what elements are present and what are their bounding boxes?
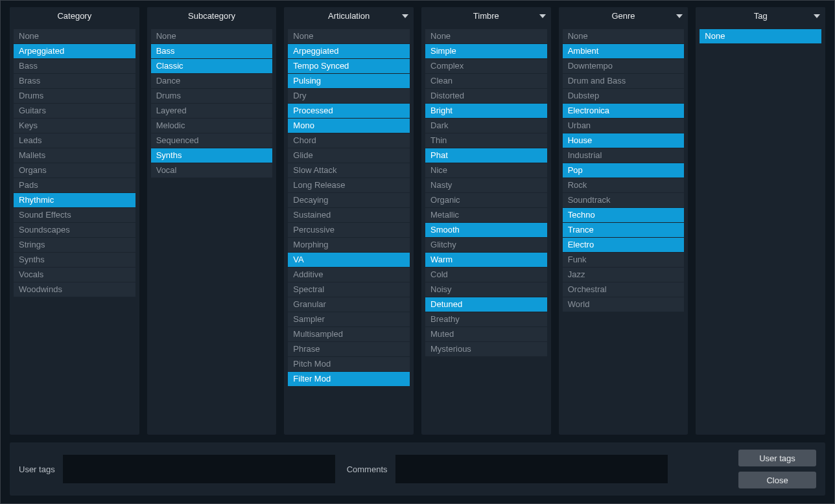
list-item[interactable]: Drum and Bass: [563, 74, 685, 88]
list-item[interactable]: None: [563, 29, 685, 43]
list-item[interactable]: Arpeggiated: [14, 44, 135, 58]
list-item[interactable]: VA: [288, 253, 410, 267]
list-item[interactable]: Organs: [14, 163, 135, 178]
list-item[interactable]: Mono: [288, 119, 410, 133]
list-item[interactable]: Sequenced: [151, 133, 273, 148]
list-item[interactable]: Downtempo: [563, 59, 685, 73]
list-item[interactable]: Dry: [288, 89, 410, 103]
list-item[interactable]: Chord: [288, 133, 410, 148]
list-item[interactable]: Sampler: [288, 312, 410, 326]
list-item[interactable]: Pads: [14, 178, 135, 192]
column-header-timbre[interactable]: Timbre: [421, 7, 551, 25]
list-item[interactable]: Mallets: [14, 148, 135, 163]
list-item[interactable]: Pop: [563, 163, 685, 178]
list-item[interactable]: Long Release: [288, 178, 410, 192]
list-item[interactable]: Distorted: [425, 89, 547, 103]
list-item[interactable]: Clean: [425, 74, 547, 88]
list-item[interactable]: Sustained: [288, 208, 410, 222]
list-item[interactable]: World: [563, 297, 685, 312]
list-item[interactable]: Glide: [288, 148, 410, 163]
list-item[interactable]: Pitch Mod: [288, 357, 410, 371]
list-item[interactable]: Electro: [563, 238, 685, 252]
list-item[interactable]: Arpeggiated: [288, 44, 410, 58]
list-item[interactable]: Spectral: [288, 282, 410, 297]
list-item[interactable]: None: [288, 29, 410, 43]
list-item[interactable]: Nasty: [425, 178, 547, 192]
list-item[interactable]: Orchestral: [563, 282, 685, 297]
list-item[interactable]: Strings: [14, 238, 135, 252]
list-item[interactable]: Synths: [14, 253, 135, 267]
list-item[interactable]: Keys: [14, 119, 135, 133]
list-item[interactable]: Classic: [151, 59, 273, 73]
list-item[interactable]: Detuned: [425, 297, 547, 312]
list-item[interactable]: Melodic: [151, 119, 273, 133]
comments-input[interactable]: [395, 455, 668, 483]
list-item[interactable]: None: [14, 29, 135, 43]
list-item[interactable]: Soundtrack: [563, 193, 685, 207]
list-item[interactable]: Drums: [14, 89, 135, 103]
list-item[interactable]: Smooth: [425, 223, 547, 237]
list-item[interactable]: Sound Effects: [14, 208, 135, 222]
list-item[interactable]: Multisampled: [288, 327, 410, 341]
list-item[interactable]: Drums: [151, 89, 273, 103]
column-header-tag[interactable]: Tag: [696, 7, 825, 25]
list-item[interactable]: None: [425, 29, 547, 43]
list-item[interactable]: Layered: [151, 104, 273, 118]
list-item[interactable]: House: [563, 133, 685, 148]
list-item[interactable]: Techno: [563, 208, 685, 222]
list-item[interactable]: Woodwinds: [14, 282, 135, 297]
list-item[interactable]: Thin: [425, 133, 547, 148]
list-item[interactable]: Phrase: [288, 342, 410, 356]
list-item[interactable]: Processed: [288, 104, 410, 118]
list-item[interactable]: Synths: [151, 148, 273, 163]
list-item[interactable]: Warm: [425, 253, 547, 267]
list-item[interactable]: Tempo Synced: [288, 59, 410, 73]
list-item[interactable]: Ambient: [563, 44, 685, 58]
list-item[interactable]: Morphing: [288, 238, 410, 252]
list-item[interactable]: Granular: [288, 297, 410, 312]
list-item[interactable]: Urban: [563, 119, 685, 133]
list-item[interactable]: Guitars: [14, 104, 135, 118]
list-item[interactable]: Noisy: [425, 282, 547, 297]
list-item[interactable]: Complex: [425, 59, 547, 73]
list-item[interactable]: Decaying: [288, 193, 410, 207]
list-item[interactable]: Leads: [14, 133, 135, 148]
list-item[interactable]: Cold: [425, 268, 547, 282]
list-item[interactable]: Metallic: [425, 208, 547, 222]
list-item[interactable]: Muted: [425, 327, 547, 341]
list-item[interactable]: Organic: [425, 193, 547, 207]
list-item[interactable]: Dance: [151, 74, 273, 88]
list-item[interactable]: Rock: [563, 178, 685, 192]
list-item[interactable]: Pulsing: [288, 74, 410, 88]
list-item[interactable]: Rhythmic: [14, 193, 135, 207]
list-item[interactable]: Breathy: [425, 312, 547, 326]
list-item[interactable]: Dubstep: [563, 89, 685, 103]
list-item[interactable]: Bright: [425, 104, 547, 118]
list-item[interactable]: Soundscapes: [14, 223, 135, 237]
list-item[interactable]: Funk: [563, 253, 685, 267]
list-item[interactable]: Slow Attack: [288, 163, 410, 178]
close-button[interactable]: Close: [738, 472, 816, 488]
list-item[interactable]: Electronica: [563, 104, 685, 118]
list-item[interactable]: Percussive: [288, 223, 410, 237]
list-item[interactable]: Simple: [425, 44, 547, 58]
list-item[interactable]: Filter Mod: [288, 372, 410, 386]
list-item[interactable]: Brass: [14, 74, 135, 88]
list-item[interactable]: None: [151, 29, 273, 43]
list-item[interactable]: Trance: [563, 223, 685, 237]
column-header-genre[interactable]: Genre: [559, 7, 688, 25]
list-item[interactable]: Nice: [425, 163, 547, 178]
list-item[interactable]: Vocal: [151, 163, 273, 178]
list-item[interactable]: Vocals: [14, 268, 135, 282]
list-item[interactable]: Glitchy: [425, 238, 547, 252]
list-item[interactable]: Mysterious: [425, 342, 547, 356]
column-header-articulation[interactable]: Articulation: [284, 7, 414, 25]
list-item[interactable]: Industrial: [563, 148, 685, 163]
list-item[interactable]: Bass: [14, 59, 135, 73]
list-item[interactable]: Bass: [151, 44, 273, 58]
list-item[interactable]: Phat: [425, 148, 547, 163]
user-tags-button[interactable]: User tags: [738, 450, 816, 466]
user-tags-input[interactable]: [63, 455, 335, 483]
list-item[interactable]: Jazz: [563, 268, 685, 282]
list-item[interactable]: Additive: [288, 268, 410, 282]
